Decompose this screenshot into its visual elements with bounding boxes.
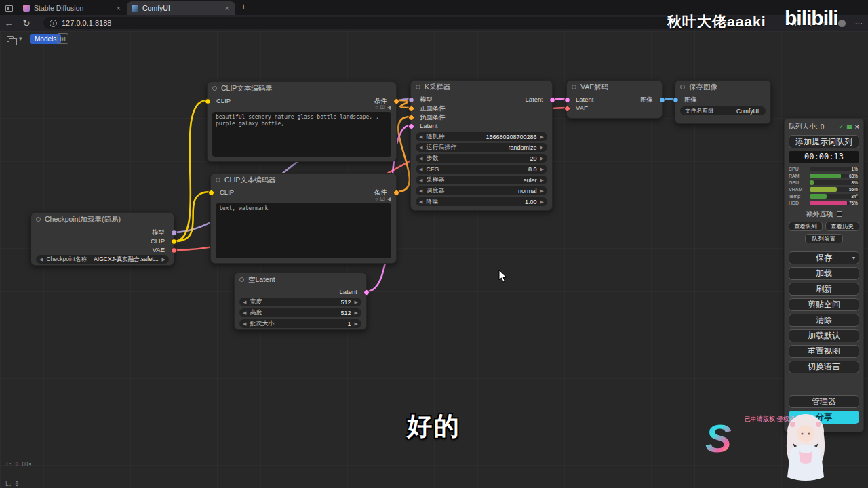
vertical-tabs-icon[interactable] — [5, 5, 13, 12]
tab-stable-diffusion[interactable]: Stable Diffusion — [18, 1, 127, 15]
input-port-negative[interactable] — [408, 115, 414, 121]
control-after-generate-widget[interactable]: 运行后操作 randomize — [416, 143, 547, 152]
save-dropdown-icon[interactable] — [852, 252, 855, 264]
input-port-image[interactable] — [673, 97, 679, 103]
filename-prefix-widget[interactable]: 文件名前缀 ComfyUI — [680, 106, 766, 115]
height-widget[interactable]: 高度 512 — [239, 308, 361, 317]
grid-view-icon[interactable] — [57, 33, 68, 44]
back-icon[interactable] — [0, 18, 18, 28]
increment-icon[interactable] — [540, 154, 544, 163]
output-port-cond[interactable] — [393, 190, 399, 196]
output-port-model[interactable] — [171, 230, 177, 236]
manager-button[interactable]: 管理器 — [789, 395, 859, 408]
close-menu-icon[interactable] — [855, 123, 859, 130]
output-port-latent[interactable] — [363, 289, 370, 296]
increment-icon[interactable] — [540, 165, 544, 174]
prompt-textarea[interactable]: text, watermark — [216, 203, 391, 258]
output-port-latent[interactable] — [549, 97, 555, 103]
node-header[interactable]: K采样器 — [411, 81, 552, 94]
next-value-icon[interactable] — [540, 143, 544, 152]
scheduler-widget[interactable]: 调度器 normal — [416, 186, 547, 195]
load-button[interactable]: 加载 — [789, 267, 859, 280]
next-value-icon[interactable] — [540, 176, 544, 184]
node-header[interactable]: 保存图像 — [675, 81, 770, 94]
queue-prompt-button[interactable]: 添加提示词队列 — [789, 135, 859, 148]
node-clip-encode-positive[interactable]: CLIP文本编码器 CLIP 条件 beautiful scenery natu… — [207, 81, 397, 162]
node-save-image[interactable]: 保存图像 图像 文件名前缀 ComfyUI — [675, 80, 771, 124]
cfg-widget[interactable]: CFG 8.0 — [416, 165, 547, 174]
decrement-icon[interactable] — [243, 298, 246, 306]
prev-value-icon[interactable] — [419, 143, 422, 152]
view-queue-button[interactable]: 查看队列 — [789, 222, 823, 231]
decrement-icon[interactable] — [243, 319, 246, 328]
decrement-icon[interactable] — [419, 197, 422, 206]
input-port-positive[interactable] — [408, 106, 414, 112]
prompt-textarea[interactable]: beautiful scenery nature glass bottle la… — [212, 112, 391, 157]
next-value-icon[interactable] — [162, 255, 165, 264]
collapse-dot[interactable] — [216, 178, 220, 182]
translate-toggle-icon[interactable] — [380, 197, 385, 202]
save-button[interactable]: 保存 — [789, 251, 859, 264]
refresh-button[interactable]: 刷新 — [789, 283, 859, 296]
input-port-vae[interactable] — [564, 106, 570, 112]
tab-close-icon[interactable] — [224, 4, 231, 13]
node-ksampler[interactable]: K采样器 模型 正面条件 负面条件 Latent Latent 随机种 1566… — [410, 80, 553, 211]
increment-icon[interactable] — [540, 132, 544, 141]
collapse-dot[interactable] — [239, 277, 244, 282]
denoise-widget[interactable]: 降噪 1.00 — [416, 197, 547, 206]
profile-avatar[interactable] — [838, 20, 846, 27]
tab-close-icon[interactable] — [115, 4, 122, 13]
node-header[interactable]: 空Latent — [235, 273, 366, 286]
speaker-icon[interactable] — [387, 106, 391, 110]
chevron-down-icon[interactable] — [19, 35, 22, 42]
extra-options-checkbox[interactable] — [837, 211, 842, 217]
decrement-icon[interactable] — [419, 165, 422, 174]
output-port-clip[interactable] — [171, 239, 177, 245]
clipspace-button[interactable]: 剪贴空间 — [789, 298, 859, 311]
node-header[interactable]: Checkpoint加载器(简易) — [31, 213, 174, 226]
collapse-dot[interactable] — [416, 85, 420, 89]
decrement-icon[interactable] — [419, 154, 422, 163]
url-field[interactable]: 127.0.0.1:8188 — [43, 17, 735, 29]
increment-icon[interactable] — [540, 197, 544, 206]
node-vae-decode[interactable]: VAE解码 Latent VAE 图像 — [566, 80, 663, 119]
queue-front-button[interactable]: 队列前置 — [805, 234, 843, 243]
node-empty-latent[interactable]: 空Latent Latent 宽度 512 高度 512 批次大小 1 — [234, 272, 367, 330]
output-port-cond[interactable] — [393, 98, 399, 104]
switch-language-button[interactable]: 切换语言 — [789, 361, 859, 373]
increment-icon[interactable] — [355, 319, 358, 328]
prev-value-icon[interactable] — [419, 176, 422, 184]
decrement-icon[interactable] — [243, 308, 246, 317]
seed-widget[interactable]: 随机种 156680208700286 — [416, 132, 547, 141]
convert-icon[interactable] — [375, 197, 378, 202]
load-default-button[interactable]: 加载默认 — [789, 329, 859, 342]
clear-button[interactable]: 清除 — [789, 314, 859, 327]
collapse-dot[interactable] — [680, 85, 685, 89]
node-checkpoint-loader[interactable]: Checkpoint加载器(简易) 模型 CLIP VAE Checkpoint… — [31, 212, 174, 266]
new-tab-button[interactable] — [241, 1, 246, 12]
input-port-clip[interactable] — [208, 190, 214, 196]
reset-view-button[interactable]: 重置视图 — [789, 345, 859, 358]
collapse-dot[interactable] — [212, 86, 217, 91]
collapse-dot[interactable] — [572, 85, 576, 89]
tab-comfyui[interactable]: ComfyUI — [127, 1, 235, 15]
reload-icon[interactable] — [18, 18, 35, 28]
node-header[interactable]: CLIP文本编码器 — [211, 174, 396, 186]
input-port-latent[interactable] — [564, 97, 570, 103]
increment-icon[interactable] — [355, 308, 358, 317]
node-header[interactable]: VAE解码 — [567, 81, 662, 94]
sampler-widget[interactable]: 采样器 euler — [416, 176, 547, 184]
view-history-button[interactable]: 查看历史 — [825, 222, 859, 231]
node-header[interactable]: CLIP文本编码器 — [208, 82, 396, 95]
prev-value-icon[interactable] — [39, 255, 43, 264]
output-port-vae[interactable] — [171, 247, 177, 253]
output-port-image[interactable] — [659, 97, 665, 103]
workflow-gallery-icon[interactable] — [7, 36, 14, 42]
increment-icon[interactable] — [355, 298, 358, 306]
badge-toggle-icon[interactable] — [839, 123, 844, 130]
browser-menu-icon[interactable] — [855, 19, 863, 28]
site-info-icon[interactable] — [50, 20, 57, 27]
convert-icon[interactable] — [375, 105, 378, 110]
input-port-clip[interactable] — [205, 98, 211, 104]
speaker-icon[interactable] — [387, 197, 391, 201]
